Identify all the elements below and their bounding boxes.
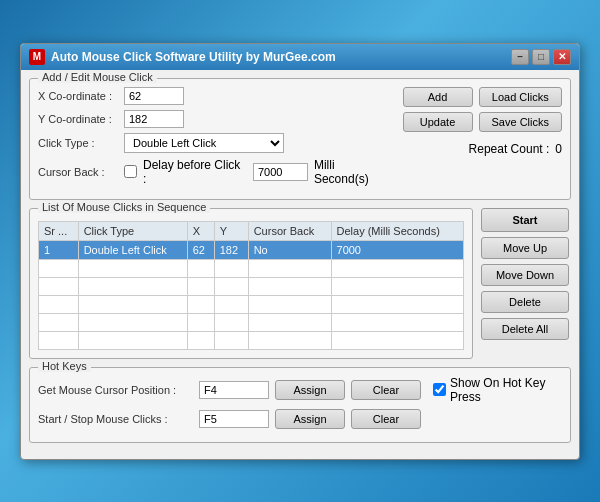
minimize-button[interactable]: – xyxy=(511,49,529,65)
list-group: List Of Mouse Clicks in Sequence Sr ... … xyxy=(29,208,473,359)
action-buttons-panel: Start Move Up Move Down Delete Delete Al… xyxy=(481,208,571,367)
load-clicks-button[interactable]: Load Clicks xyxy=(479,87,562,107)
clear-position-button[interactable]: Clear xyxy=(351,380,421,400)
table-row-empty xyxy=(39,331,464,349)
col-y: Y xyxy=(214,221,248,240)
col-cursor-back: Cursor Back xyxy=(248,221,331,240)
title-bar-left: M Auto Mouse Click Software Utility by M… xyxy=(29,49,336,65)
list-panel: List Of Mouse Clicks in Sequence Sr ... … xyxy=(29,208,473,367)
table-row-empty xyxy=(39,295,464,313)
show-hotkey-checkbox[interactable] xyxy=(433,383,446,396)
y-row: Y Co-ordinate : xyxy=(38,110,393,128)
assign-position-button[interactable]: Assign xyxy=(275,380,345,400)
assign-start-stop-button[interactable]: Assign xyxy=(275,409,345,429)
table-row-empty xyxy=(39,259,464,277)
start-button[interactable]: Start xyxy=(481,208,569,232)
x-row: X Co-ordinate : xyxy=(38,87,393,105)
get-position-row: Get Mouse Cursor Position : Assign Clear… xyxy=(38,376,562,404)
table-row-empty xyxy=(39,277,464,295)
hotkeys-group: Hot Keys Get Mouse Cursor Position : Ass… xyxy=(29,367,571,443)
repeat-row: Repeat Count : 0 xyxy=(469,142,562,156)
table-row[interactable]: 1Double Left Click62182No7000 xyxy=(39,240,464,259)
add-button[interactable]: Add xyxy=(403,87,473,107)
content-area: Add / Edit Mouse Click X Co-ordinate : Y… xyxy=(21,70,579,459)
delete-all-button[interactable]: Delete All xyxy=(481,318,569,340)
y-input[interactable] xyxy=(124,110,184,128)
hotkeys-group-label: Hot Keys xyxy=(38,360,91,372)
click-type-row: Click Type : Double Left Click Single Le… xyxy=(38,133,393,153)
list-area: List Of Mouse Clicks in Sequence Sr ... … xyxy=(29,208,571,367)
col-x: X xyxy=(187,221,214,240)
repeat-value: 0 xyxy=(555,142,562,156)
col-delay: Delay (Milli Seconds) xyxy=(331,221,463,240)
delay-before-label: Delay before Click : xyxy=(143,158,247,186)
table-row-empty xyxy=(39,313,464,331)
add-update-col: Add Update xyxy=(403,87,473,132)
repeat-label: Repeat Count : xyxy=(469,142,550,156)
get-position-input[interactable] xyxy=(199,381,269,399)
edit-group-label: Add / Edit Mouse Click xyxy=(38,71,157,83)
col-click-type: Click Type xyxy=(78,221,187,240)
title-bar: M Auto Mouse Click Software Utility by M… xyxy=(21,44,579,70)
delay-input[interactable] xyxy=(253,163,308,181)
cursor-delay-row: Cursor Back : Delay before Click : Milli… xyxy=(38,158,393,186)
start-stop-label: Start / Stop Mouse Clicks : xyxy=(38,413,193,425)
click-type-label: Click Type : xyxy=(38,137,118,149)
window-title: Auto Mouse Click Software Utility by Mur… xyxy=(51,50,336,64)
start-stop-input[interactable] xyxy=(199,410,269,428)
load-save-col: Load Clicks Save Clicks xyxy=(479,87,562,132)
x-input[interactable] xyxy=(124,87,184,105)
maximize-button[interactable]: □ xyxy=(532,49,550,65)
title-controls: – □ ✕ xyxy=(511,49,571,65)
delete-button[interactable]: Delete xyxy=(481,291,569,313)
y-label: Y Co-ordinate : xyxy=(38,113,118,125)
edit-group: Add / Edit Mouse Click X Co-ordinate : Y… xyxy=(29,78,571,200)
clear-start-stop-button[interactable]: Clear xyxy=(351,409,421,429)
table-header-row: Sr ... Click Type X Y Cursor Back Delay … xyxy=(39,221,464,240)
x-label: X Co-ordinate : xyxy=(38,90,118,102)
click-type-select[interactable]: Double Left Click Single Left Click Sing… xyxy=(124,133,284,153)
close-button[interactable]: ✕ xyxy=(553,49,571,65)
save-clicks-button[interactable]: Save Clicks xyxy=(479,112,562,132)
update-button[interactable]: Update xyxy=(403,112,473,132)
move-down-button[interactable]: Move Down xyxy=(481,264,569,286)
cursor-back-checkbox[interactable] xyxy=(124,165,137,178)
clicks-table: Sr ... Click Type X Y Cursor Back Delay … xyxy=(38,221,464,350)
list-group-label: List Of Mouse Clicks in Sequence xyxy=(38,201,210,213)
cursor-back-label: Cursor Back : xyxy=(38,166,118,178)
start-stop-row: Start / Stop Mouse Clicks : Assign Clear xyxy=(38,409,562,429)
get-position-label: Get Mouse Cursor Position : xyxy=(38,384,193,396)
show-hotkey-label: Show On Hot Key Press xyxy=(450,376,562,404)
move-up-button[interactable]: Move Up xyxy=(481,237,569,259)
delay-unit-label: Milli Second(s) xyxy=(314,158,393,186)
main-window: M Auto Mouse Click Software Utility by M… xyxy=(20,43,580,460)
col-sr: Sr ... xyxy=(39,221,79,240)
app-icon: M xyxy=(29,49,45,65)
